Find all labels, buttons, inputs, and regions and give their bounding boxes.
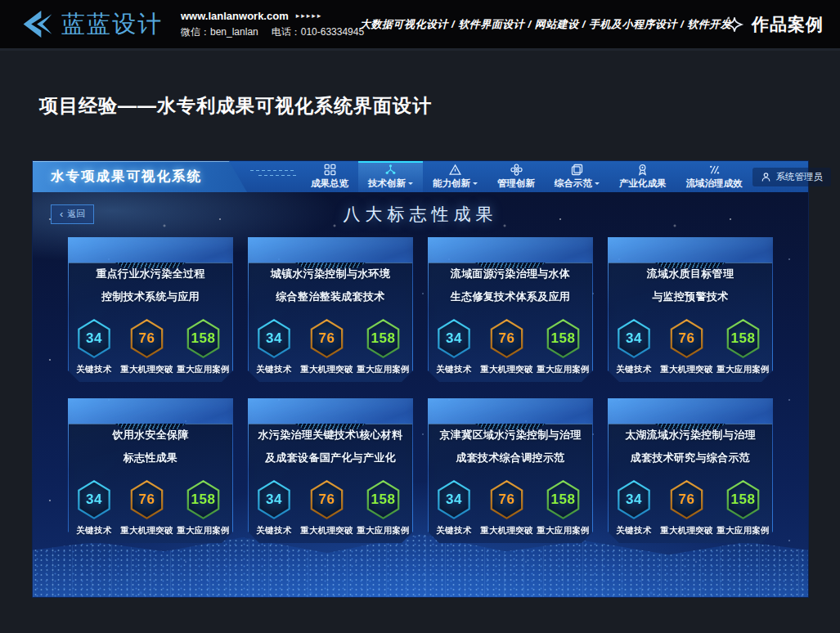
nav-tab-capability-innovation[interactable]: 能力创新 bbox=[423, 161, 487, 192]
stat-value: 76 bbox=[679, 492, 695, 508]
system-title-badge: 水专项成果可视化系统 bbox=[33, 161, 247, 192]
nav-tab-comprehensive-demo[interactable]: 综合示范 bbox=[545, 161, 609, 192]
hexagon-badge-green: 158 bbox=[366, 319, 402, 358]
nav-tab-label: 产业化成果 bbox=[619, 177, 667, 190]
navbar-right: 系统管理员 bbox=[752, 161, 840, 192]
services-list: 大数据可视化设计 / 软件界面设计 / 网站建设 / 手机及小程序设计 / 软件… bbox=[360, 17, 731, 32]
card-title-line2: 生态修复技术体系及应用 bbox=[429, 285, 592, 308]
stat-label: 重大机理突破 bbox=[300, 525, 353, 536]
stat-value: 34 bbox=[446, 330, 462, 347]
stat-label: 重大机理突破 bbox=[660, 364, 713, 375]
hexagon-badge-cyan: 34 bbox=[256, 319, 292, 358]
achievement-card[interactable]: 水污染治理关键技术\核心材料 及成套设备国产化与产业化 34关键技术 76重大机… bbox=[248, 398, 413, 543]
stat-value: 158 bbox=[731, 492, 756, 508]
achievement-card[interactable]: 城镇水污染控制与水环境 综合整治整装成套技术 34关键技术 76重大机理突破 1… bbox=[248, 237, 413, 382]
nav-tab-tech-innovation[interactable]: 技术创新 bbox=[358, 161, 423, 192]
hexagon-badge-cyan: 34 bbox=[616, 319, 652, 358]
card-title-line2: 及成套设备国产化与产业化 bbox=[249, 447, 412, 469]
card-title-line2: 控制技术系统与应用 bbox=[69, 285, 232, 308]
user-menu[interactable]: 系统管理员 bbox=[752, 168, 832, 186]
chevron-down-icon bbox=[408, 182, 413, 187]
stat-value: 158 bbox=[191, 492, 216, 508]
user-name: 系统管理员 bbox=[776, 171, 824, 183]
stat-value: 76 bbox=[139, 330, 155, 347]
chevron-down-icon bbox=[595, 182, 600, 187]
stat-value: 34 bbox=[266, 492, 282, 508]
stat-label: 重大应用案例 bbox=[357, 525, 410, 536]
stat-label: 关键技术 bbox=[436, 364, 471, 375]
page-title: 项目经验——水专利成果可视化系统界面设计 bbox=[39, 93, 432, 119]
stat-label: 重大应用案例 bbox=[357, 364, 410, 375]
hexagon-badge-green: 158 bbox=[725, 319, 761, 358]
hexagon-badge-orange: 76 bbox=[129, 480, 165, 519]
card-title-line2: 成套技术研究与综合示范 bbox=[609, 447, 772, 469]
stat-label: 重大应用案例 bbox=[537, 525, 590, 536]
nav-tab-basin-governance[interactable]: 流域治理成效 bbox=[676, 161, 752, 192]
nav-tab-results-overview[interactable]: 成果总览 bbox=[301, 161, 358, 192]
website-url: www.lanlanwork.com bbox=[181, 10, 289, 22]
stat-label: 重大应用案例 bbox=[716, 364, 770, 375]
dashboard-heading: 八大标志性成果 bbox=[33, 203, 808, 226]
hexagon-badge-cyan: 34 bbox=[256, 480, 292, 519]
hexagon-badge-green: 158 bbox=[546, 319, 582, 358]
brand-logo[interactable]: 蓝蓝设计 bbox=[21, 9, 163, 39]
stat-label: 关键技术 bbox=[616, 364, 651, 375]
card-ornament bbox=[475, 263, 546, 268]
card-ornament bbox=[475, 424, 546, 429]
grid-icon bbox=[324, 164, 336, 176]
achievement-card[interactable]: 饮用水安全保障 标志性成果 34关键技术 76重大机理突破 158重大应用案例 bbox=[68, 398, 233, 543]
nav-tab-label: 管理创新 bbox=[497, 177, 535, 190]
sparkle-icon bbox=[725, 15, 744, 34]
achievement-card[interactable]: 流域面源污染治理与水体 生态修复技术体系及应用 34关键技术 76重大机理突破 … bbox=[428, 237, 593, 382]
triangle-icon bbox=[449, 164, 461, 176]
back-button[interactable]: ‹ 返回 bbox=[51, 204, 94, 224]
hexagon-badge-orange: 76 bbox=[489, 480, 525, 519]
hexagon-badge-green: 158 bbox=[186, 480, 222, 519]
nav-tabs: 成果总览 技术创新 bbox=[301, 161, 752, 192]
stat-label: 关键技术 bbox=[256, 525, 291, 536]
stat-value: 158 bbox=[371, 330, 396, 347]
user-icon bbox=[761, 172, 771, 182]
hexagon-badge-green: 158 bbox=[186, 319, 222, 358]
hexagon-badge-green: 158 bbox=[546, 480, 582, 519]
card-ornament bbox=[295, 424, 366, 429]
hexagon-badge-cyan: 34 bbox=[436, 480, 472, 519]
stat-value: 76 bbox=[319, 492, 335, 508]
hexagon-badge-orange: 76 bbox=[669, 480, 705, 519]
nav-tab-industrialization-results[interactable]: 产业化成果 bbox=[609, 161, 676, 192]
stat-value: 76 bbox=[139, 492, 155, 508]
stat-label: 重大应用案例 bbox=[537, 364, 590, 375]
dashboard-body: ‹ 返回 八大标志性成果 重点行业水污染全过程 控制技术系统与应用 34关键技术… bbox=[33, 192, 808, 597]
stat-label: 关键技术 bbox=[616, 525, 651, 536]
nav-tab-management-innovation[interactable]: 管理创新 bbox=[487, 161, 545, 192]
achievement-card[interactable]: 京津冀区域水污染控制与治理 成套技术综合调控示范 34关键技术 76重大机理突破… bbox=[428, 398, 593, 543]
waves-network-icon bbox=[708, 164, 721, 176]
card-ornament bbox=[295, 263, 366, 268]
card-ornament bbox=[655, 424, 725, 429]
phone-info: 电话：010-63334945 bbox=[272, 25, 364, 39]
stat-value: 34 bbox=[446, 492, 462, 508]
stat-value: 158 bbox=[551, 492, 576, 508]
stat-label: 重大机理突破 bbox=[300, 364, 353, 375]
stat-value: 76 bbox=[499, 330, 515, 347]
achievement-card[interactable]: 重点行业水污染全过程 控制技术系统与应用 34关键技术 76重大机理突破 158… bbox=[68, 237, 233, 382]
cards-grid: 重点行业水污染全过程 控制技术系统与应用 34关键技术 76重大机理突破 158… bbox=[68, 237, 773, 543]
card-title-line2: 标志性成果 bbox=[69, 447, 232, 469]
stat-label: 关键技术 bbox=[76, 364, 111, 375]
gear-flower-icon bbox=[510, 164, 523, 176]
chevron-left-icon: ‹ bbox=[60, 209, 63, 219]
card-title-line2: 成套技术综合调控示范 bbox=[429, 447, 592, 469]
hexagon-badge-cyan: 34 bbox=[616, 480, 652, 519]
stat-value: 34 bbox=[626, 492, 642, 508]
stat-label: 重大机理突破 bbox=[480, 525, 533, 536]
portfolio-link[interactable]: 作品案例 bbox=[725, 13, 824, 36]
achievement-card[interactable]: 流域水质目标管理 与监控预警技术 34关键技术 76重大机理突破 158重大应用… bbox=[608, 237, 773, 382]
chevron-down-icon bbox=[473, 182, 478, 187]
contact-block: www.lanlanwork.com ▸▸▸▸▸ 微信：ben_lanlan 电… bbox=[181, 10, 364, 39]
system-title: 水专项成果可视化系统 bbox=[51, 168, 202, 186]
stat-label: 重大机理突破 bbox=[480, 364, 533, 375]
hexagon-badge-cyan: 34 bbox=[76, 319, 112, 358]
achievement-card[interactable]: 太湖流域水污染控制与治理 成套技术研究与综合示范 34关键技术 76重大机理突破… bbox=[608, 398, 773, 543]
hexagon-badge-cyan: 34 bbox=[76, 480, 112, 519]
back-label: 返回 bbox=[67, 208, 85, 220]
